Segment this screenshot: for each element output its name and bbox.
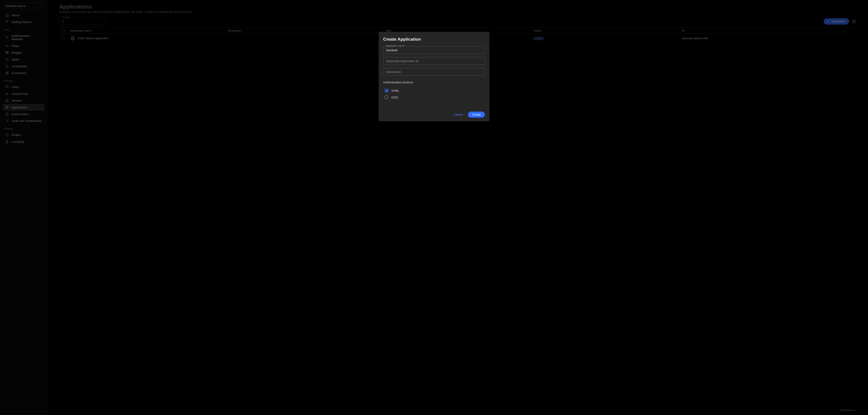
radio-label-saml: SAML [391,89,399,92]
radio-label-oidc: OIDC [391,96,399,99]
application-name-input[interactable] [383,46,485,54]
cancel-button[interactable]: Cancel [453,111,464,118]
description-input[interactable] [383,68,485,76]
radio-button-selected [384,89,389,93]
modal-overlay[interactable]: Create Application Application name * Au… [0,0,868,415]
application-id-input[interactable] [383,57,485,65]
field-application-id [383,57,485,65]
field-description [383,68,485,76]
protocol-section-label: Authentication protocol [383,80,485,84]
field-application-name: Application name * [383,46,485,54]
modal-title: Create Application [383,37,485,42]
radio-saml[interactable]: SAML [383,87,485,94]
modal-actions: Cancel Create [383,111,485,118]
radio-oidc[interactable]: OIDC [383,94,485,101]
create-button[interactable]: Create [468,111,485,118]
name-label: Application name * [385,44,406,47]
create-application-modal: Create Application Application name * Au… [379,32,489,121]
app-root: Zendesk-Demo Home Getting Started Build … [0,0,868,415]
radio-button-unselected [384,95,389,99]
